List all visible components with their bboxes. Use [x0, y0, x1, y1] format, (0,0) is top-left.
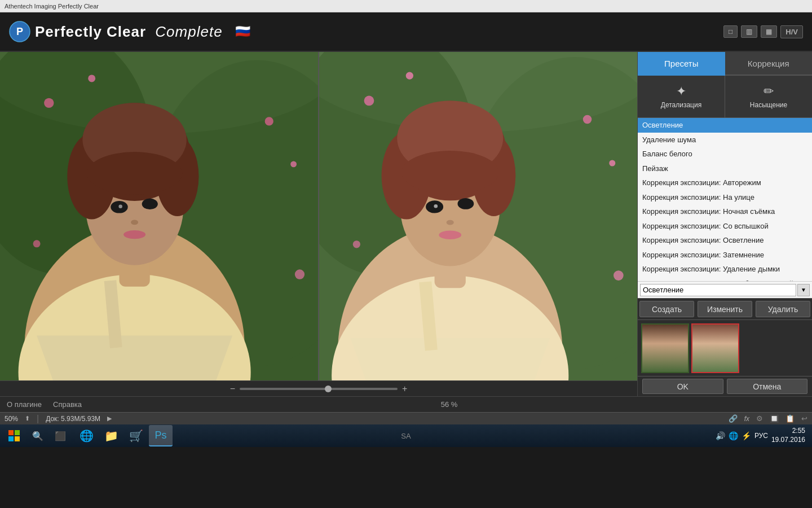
preset-list-item[interactable]: Удаление шума — [638, 133, 812, 147]
cancel-button[interactable]: Отмена — [727, 379, 808, 394]
preset-list-item[interactable]: Коррекция экспозиции: На улице — [638, 190, 812, 205]
svg-point-50 — [434, 204, 438, 208]
thumbnail-item-active[interactable] — [691, 323, 739, 373]
taskbar-sa-label: SA — [401, 432, 411, 440]
taskbar-taskview-button[interactable]: ⬛ — [50, 425, 71, 446]
image-panel-original — [0, 52, 319, 380]
svg-point-33 — [406, 72, 413, 80]
clock-display[interactable]: 2:55 19.07.2016 — [771, 427, 805, 444]
svg-point-6 — [44, 98, 54, 108]
fx-label: fx — [744, 415, 749, 423]
expand-arrow[interactable]: ▶ — [107, 415, 112, 422]
action-buttons: Создать Изменить Удалить — [638, 298, 812, 319]
category-buttons: ✦ Детализация ✏ Насыщение — [638, 76, 812, 118]
preset-list-item[interactable]: Коррекция экспозиции: Ночная съёмка — [638, 204, 812, 219]
view-split-h-button[interactable]: ▥ — [741, 25, 757, 38]
preset-search-input[interactable] — [640, 284, 796, 296]
svg-point-51 — [447, 220, 454, 225]
saturation-icon: ✏ — [764, 84, 774, 99]
svg-point-25 — [131, 220, 138, 225]
preset-list-item[interactable]: Баланс белого — [638, 147, 812, 161]
app-name-italic: Complete — [155, 23, 222, 40]
original-image-svg — [0, 52, 318, 380]
app-header: P Perfectly Clear Complete 🇷🇺 □ ▥ ▦ H/V — [0, 12, 812, 52]
title-bar: Athentech Imaging Perfectly Clear — [0, 0, 812, 12]
help-link[interactable]: Справка — [53, 400, 82, 409]
thumbnail-item[interactable] — [641, 323, 689, 373]
zoom-slider-thumb[interactable] — [325, 386, 332, 392]
modify-preset-button[interactable]: Изменить — [698, 301, 752, 317]
tab-correction[interactable]: Коррекция — [725, 52, 813, 76]
svg-point-52 — [439, 230, 461, 239]
processed-image-svg — [319, 52, 637, 380]
preset-list-item[interactable]: Осветление — [638, 118, 812, 133]
ps-icon3: 📋 — [785, 414, 795, 423]
preset-list-item[interactable]: Коррекция экспозиции: Проработка деталей — [638, 277, 812, 282]
preset-list-container: ОсветлениеУдаление шумаБаланс белогоПейз… — [638, 118, 812, 298]
zoom-slider-track[interactable] — [240, 388, 398, 390]
about-plugin-link[interactable]: О плагине — [7, 400, 42, 409]
tray-icon-1: 🔊 — [716, 431, 725, 440]
taskbar-search-button[interactable]: 🔍 — [27, 425, 48, 446]
svg-point-7 — [88, 75, 95, 82]
language-button[interactable]: РУС — [754, 432, 768, 440]
create-preset-button[interactable]: Создать — [639, 301, 694, 317]
taskbar-explorer-icon[interactable]: 📁 — [99, 425, 123, 446]
preset-list-item[interactable]: Коррекция экспозиции: Удаление дымки — [638, 262, 812, 277]
view-single-button[interactable]: □ — [723, 25, 738, 38]
svg-point-49 — [458, 198, 474, 209]
zoom-percent-display: 56 % — [441, 400, 458, 409]
preset-list-item[interactable]: Коррекция экспозиции: Осветление — [638, 233, 812, 248]
zoom-plus-icon[interactable]: + — [402, 384, 407, 394]
start-button[interactable] — [2, 425, 26, 446]
taskbar-right: 🔊 🌐 ⚡ РУС 2:55 19.07.2016 — [716, 427, 810, 444]
category-detail-button[interactable]: ✦ Детализация — [638, 76, 725, 117]
right-panel: Пресеты Коррекция ✦ Детализация ✏ Насыще… — [637, 52, 812, 396]
hv-button[interactable]: H/V — [780, 25, 803, 38]
category-saturation-button[interactable]: ✏ Насыщение — [725, 76, 812, 117]
svg-point-34 — [583, 115, 592, 124]
svg-point-26 — [123, 230, 145, 239]
detail-label: Детализация — [661, 101, 701, 109]
logo-icon: P — [9, 21, 30, 42]
saturation-label: Насыщение — [750, 101, 787, 109]
taskbar-store-icon[interactable]: 🛒 — [124, 425, 148, 446]
preset-list-item[interactable]: Коррекция экспозиции: Авторежим — [638, 176, 812, 190]
delete-preset-button[interactable]: Удалить — [756, 301, 810, 317]
svg-rect-56 — [8, 436, 14, 441]
svg-point-36 — [353, 240, 360, 248]
app-bottom-bar: О плагине Справка 56 % — [0, 396, 812, 412]
svg-point-21 — [87, 152, 182, 195]
svg-rect-54 — [8, 430, 14, 435]
taskbar-ie-icon[interactable]: 🌐 — [74, 425, 98, 446]
preset-list-item[interactable]: Коррекция экспозиции: Затемнение — [638, 248, 812, 262]
ok-button[interactable]: OK — [642, 379, 723, 394]
svg-point-37 — [614, 270, 624, 281]
svg-point-32 — [364, 96, 374, 106]
doc-size-label: Док: 5.93M/5.93M — [46, 415, 100, 423]
taskbar: 🔍 ⬛ 🌐 📁 🛒 Ps SA 🔊 🌐 ⚡ РУС 2:55 19.07.201… — [0, 424, 812, 447]
thumbnail-strip — [638, 319, 812, 376]
svg-point-24 — [118, 204, 122, 208]
flag-icon: 🇷🇺 — [235, 24, 250, 39]
export-icon[interactable]: ⬆ — [25, 415, 30, 422]
taskbar-apps: 🌐 📁 🛒 Ps — [74, 425, 173, 446]
taskbar-photoshop-icon[interactable]: Ps — [149, 425, 173, 446]
tab-presets[interactable]: Пресеты — [638, 52, 725, 76]
preset-list-item[interactable]: Коррекция экспозиции: Со вспышкой — [638, 219, 812, 234]
preset-list[interactable]: ОсветлениеУдаление шумаБаланс белогоПейз… — [638, 118, 812, 281]
svg-text:P: P — [16, 26, 23, 37]
ok-cancel-bar: OK Отмена — [638, 376, 812, 396]
zoom-bar: − + 56 % — [0, 380, 637, 396]
preset-dropdown-button[interactable]: ▼ — [797, 284, 810, 296]
svg-rect-57 — [15, 436, 20, 441]
clock-time: 2:55 — [771, 427, 805, 436]
zoom-minus-icon[interactable]: − — [230, 384, 235, 394]
image-wrapper: − + 56 % — [0, 52, 637, 396]
svg-point-35 — [609, 160, 615, 166]
tabs: Пресеты Коррекция — [638, 52, 812, 76]
titlebar-text: Athentech Imaging Perfectly Clear — [5, 3, 99, 10]
svg-rect-55 — [15, 430, 20, 435]
view-split-v-button[interactable]: ▦ — [761, 25, 777, 38]
preset-list-item[interactable]: Пейзаж — [638, 161, 812, 176]
